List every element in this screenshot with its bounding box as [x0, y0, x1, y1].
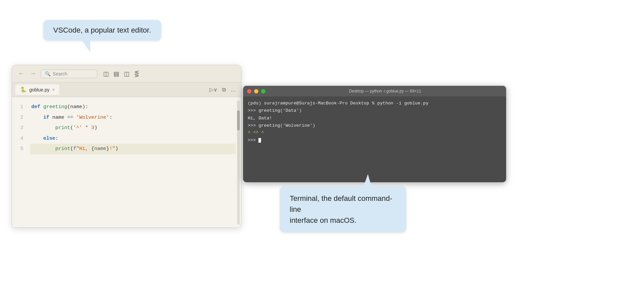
- layout-icon-1[interactable]: ◫: [103, 70, 109, 77]
- vscode-window: ← → 🔍 Search ◫ ▤ ◫ ⋚ 🐍 goblue.py × ▷∨ ⧉ …: [12, 65, 241, 228]
- run-button[interactable]: ▷∨: [209, 86, 217, 93]
- layout-icon-3[interactable]: ◫: [124, 70, 130, 77]
- minimize-button[interactable]: [254, 89, 258, 93]
- terminal-cursor: [258, 138, 261, 143]
- terminal-window: Desktop — python -i goblue.py — 69×11 (p…: [243, 86, 506, 182]
- scrollbar-thumb: [237, 110, 240, 130]
- toolbar-icons: ◫ ▤ ◫ ⋚: [103, 70, 139, 77]
- terminal-body: (pds) surajrampure@Surajs-MacBook-Pro De…: [243, 96, 506, 148]
- code-line-5: print(f"Hi, {name}!"): [30, 144, 236, 154]
- tab-close-button[interactable]: ×: [52, 87, 55, 92]
- search-bar[interactable]: 🔍 Search: [41, 70, 97, 78]
- vscode-content: 1 2 3 4 5 def greeting(name): if name ==…: [12, 97, 241, 228]
- tooltip-vscode-text: VSCode, a popular text editor.: [53, 26, 151, 34]
- term-line-5: ^ ^^ ^: [248, 129, 501, 137]
- tooltip-terminal-line1: Terminal, the default command-line: [290, 194, 392, 214]
- python-icon: 🐍: [20, 86, 27, 93]
- term-line-2: >>> greeting('Data'): [248, 107, 501, 114]
- search-label: Search: [53, 71, 67, 76]
- tab-actions: ▷∨ ⧉ …: [209, 86, 238, 93]
- close-button[interactable]: [247, 89, 251, 93]
- layout-icon-4[interactable]: ⋚: [134, 70, 139, 77]
- term-line-6: >>>: [248, 137, 501, 144]
- terminal-titlebar: Desktop — python -i goblue.py — 69×11: [243, 86, 506, 96]
- tab-filename: goblue.py: [29, 87, 50, 92]
- code-line-4: else:: [30, 133, 236, 144]
- back-button[interactable]: ←: [17, 70, 25, 78]
- term-line-3: Hi, Data!: [248, 115, 501, 122]
- tab-goblue[interactable]: 🐍 goblue.py ×: [15, 84, 59, 95]
- scrollbar[interactable]: [237, 100, 240, 225]
- term-line-4: >>> greeting('Wolverine'): [248, 122, 501, 129]
- split-editor-button[interactable]: ⧉: [222, 87, 226, 93]
- code-line-2: if name == 'Wolverine':: [30, 112, 236, 123]
- terminal-title: Desktop — python -i goblue.py — 69×11: [268, 89, 502, 93]
- maximize-button[interactable]: [261, 89, 265, 93]
- term-line-1: (pds) surajrampure@Surajs-MacBook-Pro De…: [248, 100, 501, 107]
- code-area: def greeting(name): if name == 'Wolverin…: [28, 97, 236, 228]
- tooltip-terminal: Terminal, the default command-line inter…: [280, 186, 406, 232]
- vscode-toolbar: ← → 🔍 Search ◫ ▤ ◫ ⋚: [12, 65, 241, 82]
- code-line-3: print('^' * 3): [30, 123, 236, 133]
- tooltip-terminal-line2: interface on macOS.: [290, 216, 357, 224]
- tooltip-vscode: VSCode, a popular text editor.: [43, 20, 161, 41]
- line-numbers: 1 2 3 4 5: [12, 97, 28, 228]
- layout-icon-2[interactable]: ▤: [114, 70, 119, 77]
- search-icon: 🔍: [45, 71, 51, 76]
- code-line-1: def greeting(name):: [30, 102, 236, 112]
- forward-button[interactable]: →: [29, 70, 37, 78]
- vscode-tabs: 🐍 goblue.py × ▷∨ ⧉ …: [12, 82, 241, 97]
- more-actions-button[interactable]: …: [230, 87, 236, 93]
